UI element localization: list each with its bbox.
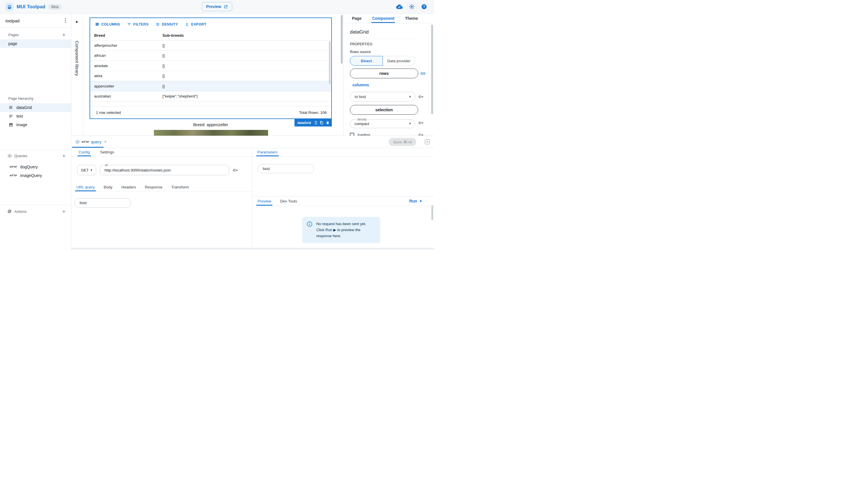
table-row-selected[interactable]: appenzeller[] xyxy=(90,81,331,92)
method-select[interactable]: GET ▼ xyxy=(77,165,96,175)
url-input-label: url xyxy=(104,163,109,167)
tab-body[interactable]: Body xyxy=(104,183,112,191)
save-button[interactable]: Save ⌘+S xyxy=(389,138,416,146)
tab-response[interactable]: Response xyxy=(145,183,163,191)
query-icon xyxy=(8,154,12,158)
http-tag: HTTP xyxy=(10,166,17,168)
rows-property-button[interactable]: rows xyxy=(350,69,418,78)
hierarchy-item-text[interactable]: text xyxy=(0,112,71,120)
tab-parameters[interactable]: Parameters xyxy=(258,148,277,156)
query-item-imagequery[interactable]: HTTP imageQuery xyxy=(0,171,71,180)
tab-settings[interactable]: Settings xyxy=(100,148,114,156)
sidebar-item-page[interactable]: page xyxy=(0,39,71,48)
tab-page[interactable]: Page xyxy=(352,14,361,23)
close-panel-button[interactable]: ✕ xyxy=(425,139,430,144)
loading-checkbox[interactable] xyxy=(350,133,354,136)
export-button[interactable]: EXPORT xyxy=(182,20,209,28)
table-row[interactable]: affenpinscher[] xyxy=(90,40,331,51)
query-editor-panel: HTTP query ✕ Save ⌘+S ✕ Config Settings xyxy=(71,136,434,250)
add-action-button[interactable]: + xyxy=(62,209,66,214)
query-panel-body: Config Settings GET ▼ url http://localho… xyxy=(71,148,434,248)
expand-library-icon[interactable]: ▶ xyxy=(76,20,78,23)
open-in-new-icon xyxy=(224,4,228,9)
add-query-button[interactable]: + xyxy=(62,153,66,159)
chevron-down-icon: ▼ xyxy=(90,168,93,172)
columns-icon xyxy=(95,22,99,26)
column-header-subbreeds[interactable]: Sub-breeds xyxy=(163,33,331,38)
tab-preview[interactable]: Preview xyxy=(258,196,271,206)
canvas-scrollbar[interactable] xyxy=(341,15,343,64)
hierarchy-header-label: Page hierarchy xyxy=(8,96,33,101)
url-add-binding-icon[interactable] xyxy=(233,168,238,173)
run-button[interactable]: Run xyxy=(409,196,423,206)
datagrid-scrollbar[interactable] xyxy=(329,41,330,84)
table-row[interactable]: akita[] xyxy=(90,71,331,82)
tab-url-query[interactable]: URL query xyxy=(76,183,95,191)
density-icon xyxy=(156,22,160,26)
id-field-select[interactable]: Id field ▼ xyxy=(350,92,415,101)
tab-transform[interactable]: Transform xyxy=(171,183,189,191)
columns-button[interactable]: COLUMNS xyxy=(93,20,122,28)
close-tab-icon[interactable]: ✕ xyxy=(104,140,107,144)
datagrid-footer: 1 row selected Total Rows: 106 xyxy=(90,106,331,119)
hierarchy-section-header: Page hierarchy xyxy=(0,95,71,102)
density-button[interactable]: DENSITY xyxy=(153,20,180,28)
preview-content: No request has been sent yet. Click Run … xyxy=(252,206,434,248)
center-column: ▶ Component library COLUMNS xyxy=(71,14,434,250)
rows-source-direct-button[interactable]: Direct xyxy=(350,56,383,66)
help-button[interactable]: ? xyxy=(419,2,429,11)
kebab-icon xyxy=(65,19,66,23)
rows-binding-link-icon[interactable] xyxy=(418,71,428,76)
mui-toolpad-logo-icon xyxy=(5,3,14,11)
filter-icon xyxy=(127,22,131,26)
tab-component[interactable]: Component xyxy=(372,14,394,23)
hierarchy-item-datagrid[interactable]: dataGrid xyxy=(0,103,71,112)
id-field-add-binding-icon[interactable] xyxy=(415,94,426,99)
density-select[interactable]: density compact ▼ xyxy=(350,118,415,128)
inspector-divider xyxy=(350,39,418,39)
queries-section-header: Queries + xyxy=(0,152,71,159)
tab-dev-tools[interactable]: Dev Tools xyxy=(280,196,297,206)
add-page-button[interactable]: + xyxy=(62,32,66,38)
actions-divider xyxy=(0,205,71,205)
table-row[interactable]: airedale[] xyxy=(90,61,331,71)
actions-section-header: Actions + xyxy=(0,208,71,215)
pages-section-header: Pages + xyxy=(0,31,71,38)
density-add-binding-icon[interactable] xyxy=(415,120,426,126)
url-query-field-input[interactable]: field xyxy=(74,198,131,208)
datagrid-component[interactable]: COLUMNS FILTERS DENSITY xyxy=(90,17,332,119)
table-row[interactable]: australian["kelpie","shepherd"] xyxy=(90,92,331,102)
loading-add-binding-icon[interactable] xyxy=(415,132,426,136)
datagrid-header-row[interactable]: Breed Sub-breeds xyxy=(90,31,331,40)
filters-button[interactable]: FILTERS xyxy=(124,20,151,28)
table-row[interactable]: african[] xyxy=(90,51,331,61)
component-library-strip[interactable]: ▶ Component library xyxy=(71,14,83,136)
selection-property-button[interactable]: selection xyxy=(350,105,418,115)
column-header-breed[interactable]: Breed xyxy=(90,33,163,38)
inspector-scrollbar[interactable] xyxy=(431,25,433,114)
parameter-field-input[interactable]: field xyxy=(258,164,314,173)
query-panel-scrollbar[interactable] xyxy=(431,205,433,220)
project-menu-button[interactable] xyxy=(64,17,67,24)
query-editor-tab[interactable]: HTTP query ✕ xyxy=(71,136,110,148)
theme-toggle-button[interactable] xyxy=(407,2,416,11)
queries-divider xyxy=(0,150,71,150)
url-input[interactable]: url http://localhost:3000/static/movies.… xyxy=(100,165,229,175)
page-canvas[interactable]: COLUMNS FILTERS DENSITY xyxy=(83,14,343,136)
project-header: toolpad xyxy=(0,14,71,28)
columns-property-link[interactable]: columns xyxy=(353,83,369,87)
tab-theme[interactable]: Theme xyxy=(405,14,418,23)
hierarchy-item-image[interactable]: image xyxy=(0,120,71,129)
query-item-dogquery[interactable]: HTTP dogQuery xyxy=(0,162,71,171)
hierarchy-item-label: text xyxy=(16,114,23,119)
preview-button[interactable]: Preview xyxy=(202,2,232,11)
query-icon xyxy=(75,140,80,144)
image-component[interactable] xyxy=(154,130,268,136)
hierarchy-item-label: image xyxy=(16,122,27,127)
rows-source-provider-button[interactable]: Data provider xyxy=(383,56,416,66)
tab-config[interactable]: Config xyxy=(79,148,90,156)
text-component[interactable]: Breed: appenzeller xyxy=(90,122,332,127)
rows-source-label: Rows source xyxy=(350,50,428,54)
parameters-tabs: Parameters xyxy=(252,148,434,157)
tab-headers[interactable]: Headers xyxy=(121,183,136,191)
